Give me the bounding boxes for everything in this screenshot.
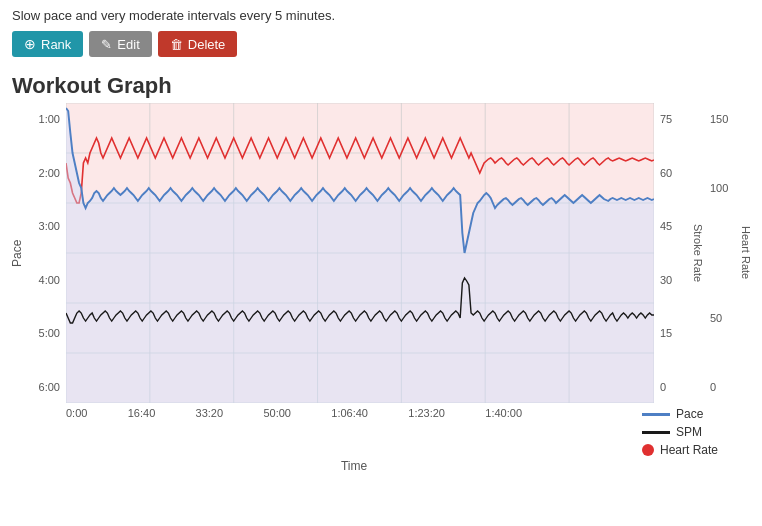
y-axis-left-ticks: 1:00 2:00 3:00 4:00 5:00 6:00 bbox=[24, 103, 66, 403]
y-axis-left-label: Pace bbox=[10, 103, 24, 403]
x-axis-label: Time bbox=[66, 459, 642, 473]
y-axis-right-stroke-label: Stroke Rate bbox=[692, 103, 704, 403]
pace-legend-line bbox=[642, 413, 670, 416]
y-axis-right-hr-ticks: 150 100 50 0 bbox=[704, 103, 740, 403]
rank-button[interactable]: ⊕ Rank bbox=[12, 31, 83, 57]
pencil-icon: ✎ bbox=[101, 37, 112, 52]
chart-legend: Pace SPM Heart Rate bbox=[642, 407, 752, 457]
delete-button[interactable]: 🗑 Delete bbox=[158, 31, 238, 57]
top-bar: Slow pace and very moderate intervals ev… bbox=[0, 0, 762, 65]
y-axis-right-stroke-ticks: 75 60 45 30 15 0 bbox=[654, 103, 692, 403]
y-axis-right-hr-label: Heart Rate bbox=[740, 103, 752, 403]
plus-icon: ⊕ bbox=[24, 36, 36, 52]
chart-container: Pace 1:00 2:00 3:00 4:00 5:00 6:00 bbox=[10, 103, 752, 463]
trash-icon: 🗑 bbox=[170, 37, 183, 52]
edit-button[interactable]: ✎ Edit bbox=[89, 31, 151, 57]
chart-svg-area bbox=[66, 103, 654, 403]
legend-spm: SPM bbox=[642, 425, 752, 439]
description: Slow pace and very moderate intervals ev… bbox=[12, 8, 750, 23]
legend-hr: Heart Rate bbox=[642, 443, 752, 457]
x-axis: 0:00 16:40 33:20 50:00 1:06:40 1:23:20 1… bbox=[66, 403, 522, 457]
hr-legend-dot bbox=[642, 444, 654, 456]
spm-legend-line bbox=[642, 431, 670, 434]
section-title: Workout Graph bbox=[0, 65, 762, 103]
legend-pace: Pace bbox=[642, 407, 752, 421]
